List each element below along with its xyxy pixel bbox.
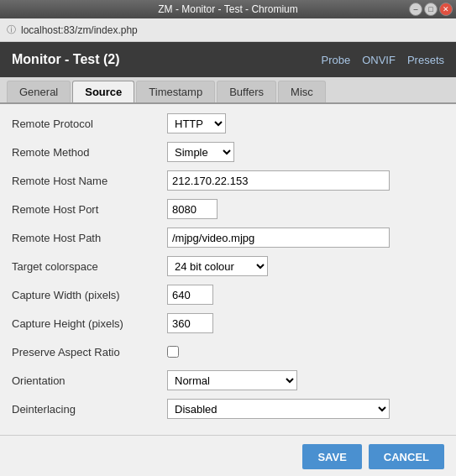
- remote-host-port-input[interactable]: [167, 199, 218, 219]
- minimize-button[interactable]: –: [409, 3, 422, 16]
- tab-buffers[interactable]: Buffers: [217, 81, 276, 102]
- remote-host-name-label: Remote Host Name: [12, 175, 167, 187]
- remote-method-select[interactable]: Simple Regexp: [167, 142, 234, 162]
- remote-host-path-label: Remote Host Path: [12, 232, 167, 244]
- probe-link[interactable]: Probe: [321, 54, 350, 66]
- remote-host-name-input[interactable]: [167, 170, 390, 191]
- tabs-bar: General Source Timestamp Buffers Misc: [0, 77, 456, 104]
- form-area: Remote Protocol HTTP HTTPS Remote Method…: [0, 104, 456, 435]
- capture-width-input[interactable]: [167, 285, 213, 305]
- tab-timestamp[interactable]: Timestamp: [136, 81, 215, 102]
- orientation-label: Orientation: [12, 374, 167, 387]
- url-text[interactable]: localhost:83/zm/index.php: [21, 24, 138, 36]
- window-controls: – □ ✕: [409, 3, 453, 16]
- capture-height-label: Capture Height (pixels): [12, 317, 167, 330]
- remote-method-label: Remote Method: [12, 146, 167, 159]
- remote-host-port-row: Remote Host Port: [12, 198, 444, 220]
- capture-width-row: Capture Width (pixels): [12, 284, 444, 306]
- target-colorspace-row: Target colorspace 24 bit colour 32 bit c…: [12, 255, 444, 277]
- capture-width-label: Capture Width (pixels): [12, 289, 167, 301]
- title-bar: ZM - Monitor - Test - Chromium – □ ✕: [0, 0, 456, 18]
- onvif-link[interactable]: ONVIF: [362, 54, 396, 66]
- close-button[interactable]: ✕: [439, 3, 453, 16]
- deinterlacing-select[interactable]: Disabled 4-field Frame Linear Blend: [167, 399, 390, 419]
- window-title: ZM - Monitor - Test - Chromium: [158, 3, 297, 15]
- main-content: General Source Timestamp Buffers Misc Re…: [0, 77, 456, 476]
- remote-protocol-label: Remote Protocol: [12, 118, 167, 130]
- preserve-aspect-checkbox[interactable]: [167, 346, 179, 358]
- save-button[interactable]: SAVE: [302, 444, 361, 469]
- maximize-button[interactable]: □: [424, 3, 438, 16]
- header-links: Probe ONVIF Presets: [321, 54, 444, 66]
- tab-general[interactable]: General: [7, 81, 71, 102]
- remote-host-port-label: Remote Host Port: [12, 203, 167, 216]
- remote-host-path-row: Remote Host Path: [12, 227, 444, 248]
- page-title: Monitor - Test (2): [12, 52, 120, 67]
- deinterlacing-label: Deinterlacing: [12, 403, 167, 416]
- presets-link[interactable]: Presets: [407, 54, 444, 66]
- footer: SAVE CANCEL: [0, 435, 456, 476]
- preserve-aspect-row: Preserve Aspect Ratio: [12, 341, 444, 363]
- orientation-row: Orientation Normal Rotate 90 CW Rotate 9…: [12, 369, 444, 391]
- target-colorspace-label: Target colorspace: [12, 260, 167, 273]
- capture-height-row: Capture Height (pixels): [12, 312, 444, 334]
- remote-protocol-select[interactable]: HTTP HTTPS: [167, 113, 226, 133]
- orientation-select[interactable]: Normal Rotate 90 CW Rotate 90 CCW Flip H…: [167, 370, 297, 390]
- capture-height-input[interactable]: [167, 313, 213, 333]
- remote-protocol-row: Remote Protocol HTTP HTTPS: [12, 112, 444, 134]
- cancel-button[interactable]: CANCEL: [369, 444, 444, 469]
- url-bar: ⓘ localhost:83/zm/index.php: [0, 18, 456, 42]
- tab-misc[interactable]: Misc: [278, 81, 326, 102]
- target-colorspace-select[interactable]: 24 bit colour 32 bit colour Greyscale: [167, 256, 268, 276]
- remote-host-path-input[interactable]: [167, 228, 390, 248]
- app-header: Monitor - Test (2) Probe ONVIF Presets: [0, 42, 456, 77]
- remote-method-row: Remote Method Simple Regexp: [12, 141, 444, 163]
- tab-source[interactable]: Source: [72, 81, 134, 102]
- preserve-aspect-label: Preserve Aspect Ratio: [12, 346, 167, 358]
- info-icon: ⓘ: [7, 24, 16, 36]
- remote-host-name-row: Remote Host Name: [12, 170, 444, 191]
- deinterlacing-row: Deinterlacing Disabled 4-field Frame Lin…: [12, 398, 444, 420]
